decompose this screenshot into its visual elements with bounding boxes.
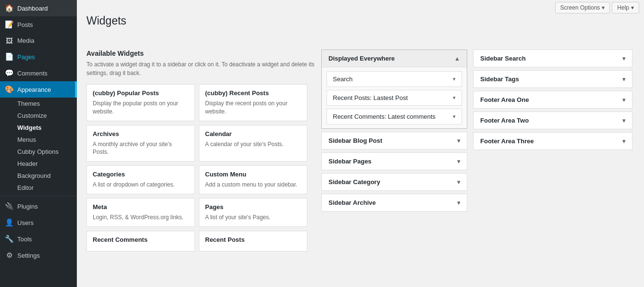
widget-card-meta[interactable]: Meta Login, RSS, & WordPress.org links.	[86, 198, 195, 227]
chevron-down-icon: ▾	[631, 4, 634, 11]
chevron-down-icon: ▾	[457, 137, 460, 144]
comments-icon: 💬	[5, 69, 13, 77]
plugins-icon: 🔌	[5, 202, 13, 211]
sidebar-sub-background[interactable]: Background	[0, 170, 77, 182]
displayed-everywhere-header[interactable]: Displayed Everywhere ▲	[322, 50, 467, 67]
sidebar-item-comments[interactable]: 💬 Comments	[0, 65, 77, 81]
sidebar-sub-themes[interactable]: Themes	[0, 98, 77, 110]
footer-area-two-accordion: Footer Area Two ▾	[473, 112, 632, 129]
help-button[interactable]: Help ▾	[612, 2, 639, 13]
chevron-down-icon: ▾	[622, 97, 625, 103]
sidebar-category-header[interactable]: Sidebar Category ▾	[322, 174, 467, 190]
footer-area-three-header[interactable]: Footer Area Three ▾	[474, 133, 632, 150]
footer-area-one-header[interactable]: Footer Area One ▾	[474, 91, 632, 108]
sidebar-sub-cubby-options[interactable]: Cubby Options	[0, 146, 77, 158]
users-icon: 👤	[5, 218, 13, 227]
widget-card-categories[interactable]: Categories A list or dropdown of categor…	[86, 165, 195, 194]
widget-card-calendar[interactable]: Calendar A calendar of your site's Posts…	[199, 125, 307, 162]
sidebar-item-users[interactable]: 👤 Users	[0, 214, 77, 231]
chevron-down-icon: ▾	[622, 76, 625, 83]
widget-card-pages[interactable]: Pages A list of your site's Pages.	[199, 198, 307, 227]
page-title: Widgets	[86, 14, 634, 27]
sidebar-item-appearance[interactable]: 🎨 Appearance	[0, 81, 77, 98]
sidebar-search-header[interactable]: Sidebar Search ▾	[474, 50, 632, 67]
widget-card-recent-posts[interactable]: Recent Posts	[199, 231, 307, 251]
chevron-down-icon: ▾	[622, 117, 625, 124]
available-widgets-section: Available Widgets To activate a widget d…	[86, 50, 317, 251]
sidebar-archive-header[interactable]: Sidebar Archive ▾	[322, 194, 467, 211]
sidebar-pages-header[interactable]: Sidebar Pages ▾	[322, 153, 467, 170]
sidebar-search-accordion: Sidebar Search ▾	[473, 50, 632, 67]
footer-area-one-accordion: Footer Area One ▾	[473, 91, 632, 109]
dashboard-icon: 🏠	[5, 4, 13, 12]
sidebar-item-dashboard[interactable]: 🏠 Dashboard	[0, 0, 77, 16]
sidebar-pages-accordion: Sidebar Pages ▾	[321, 152, 467, 170]
right-panel: Sidebar Search ▾ Sidebar Tags ▾ Footer A…	[471, 50, 634, 251]
footer-area-two-header[interactable]: Footer Area Two ▾	[474, 112, 632, 129]
sidebar-sub-customize[interactable]: Customize	[0, 110, 77, 122]
chevron-down-icon: ▾	[457, 179, 460, 186]
recent-posts-widget-item[interactable]: Recent Posts: Lastest Post ▾	[327, 90, 462, 106]
sidebar-item-posts[interactable]: 📝 Posts	[0, 16, 77, 33]
topbar: Screen Options ▾ Help ▾	[555, 2, 639, 13]
chevron-down-icon: ▾	[622, 55, 625, 62]
search-widget-item[interactable]: Search ▾	[327, 71, 462, 87]
displayed-everywhere-body: Search ▾ Recent Posts: Lastest Post ▾ Re…	[322, 67, 467, 128]
widget-card-custom-menu[interactable]: Custom Menu Add a custom menu to your si…	[199, 165, 307, 194]
accordion-collapse-icon: ▲	[454, 55, 460, 62]
widget-card-cubby-popular-posts[interactable]: (cubby) Popular Posts Display the popula…	[86, 84, 195, 121]
footer-area-three-accordion: Footer Area Three ▾	[473, 132, 632, 150]
sidebar-blog-post-header[interactable]: Sidebar Blog Post ▾	[322, 132, 467, 149]
displayed-everywhere-accordion: Displayed Everywhere ▲ Search ▾ Recent P…	[321, 50, 467, 129]
sidebar-item-media[interactable]: 🖼 Media	[0, 33, 77, 49]
sidebar: 🏠 Dashboard 📝 Posts 🖼 Media 📄 Pages 💬 Co…	[0, 0, 77, 287]
sidebar-item-plugins[interactable]: 🔌 Plugins	[0, 198, 77, 214]
widget-card-cubby-recent-posts[interactable]: (cubby) Recent Posts Display the recent …	[199, 84, 307, 121]
chevron-down-icon: ▾	[457, 200, 460, 206]
appearance-icon: 🎨	[5, 85, 13, 94]
main-content: Screen Options ▾ Help ▾ Widgets Availabl…	[77, 0, 644, 287]
chevron-down-icon: ▾	[453, 95, 456, 101]
chevron-down-icon: ▾	[602, 4, 605, 11]
sidebar-item-pages[interactable]: 📄 Pages	[0, 49, 77, 65]
settings-icon: ⚙	[5, 251, 13, 260]
sidebar-item-settings[interactable]: ⚙ Settings	[0, 247, 77, 263]
widget-card-archives[interactable]: Archives A monthly archive of your site'…	[86, 125, 195, 162]
sidebar-category-accordion: Sidebar Category ▾	[321, 173, 467, 191]
tools-icon: 🔧	[5, 235, 13, 243]
screen-options-button[interactable]: Screen Options ▾	[555, 2, 610, 13]
sidebar-sub-editor[interactable]: Editor	[0, 182, 77, 194]
media-icon: 🖼	[5, 37, 13, 45]
sidebar-sub-widgets[interactable]: Widgets	[0, 122, 77, 134]
pages-icon: 📄	[5, 52, 13, 61]
posts-icon: 📝	[5, 20, 13, 29]
chevron-down-icon: ▾	[453, 113, 456, 120]
sidebar-sub-header[interactable]: Header	[0, 158, 77, 170]
widgets-grid: (cubby) Popular Posts Display the popula…	[86, 84, 307, 251]
available-widgets-title: Available Widgets	[86, 50, 317, 57]
sidebar-tags-accordion: Sidebar Tags ▾	[473, 70, 632, 88]
divider	[0, 196, 77, 196]
sidebar-archive-accordion: Sidebar Archive ▾	[321, 194, 467, 212]
center-panel: Displayed Everywhere ▲ Search ▾ Recent P…	[317, 50, 471, 251]
recent-comments-widget-item[interactable]: Recent Comments: Latest comments ▾	[327, 109, 462, 125]
content-area: Available Widgets To activate a widget d…	[86, 35, 634, 251]
sidebar-item-tools[interactable]: 🔧 Tools	[0, 231, 77, 247]
chevron-down-icon: ▾	[453, 76, 456, 82]
available-widgets-desc: To activate a widget drag it to a sideba…	[86, 60, 317, 77]
sidebar-sub-menus[interactable]: Menus	[0, 134, 77, 146]
sidebar-blog-post-accordion: Sidebar Blog Post ▾	[321, 132, 467, 150]
chevron-down-icon: ▾	[457, 158, 460, 165]
widget-card-recent-comments[interactable]: Recent Comments	[86, 231, 195, 251]
chevron-down-icon: ▾	[622, 138, 625, 145]
sidebar-tags-header[interactable]: Sidebar Tags ▾	[474, 71, 632, 87]
